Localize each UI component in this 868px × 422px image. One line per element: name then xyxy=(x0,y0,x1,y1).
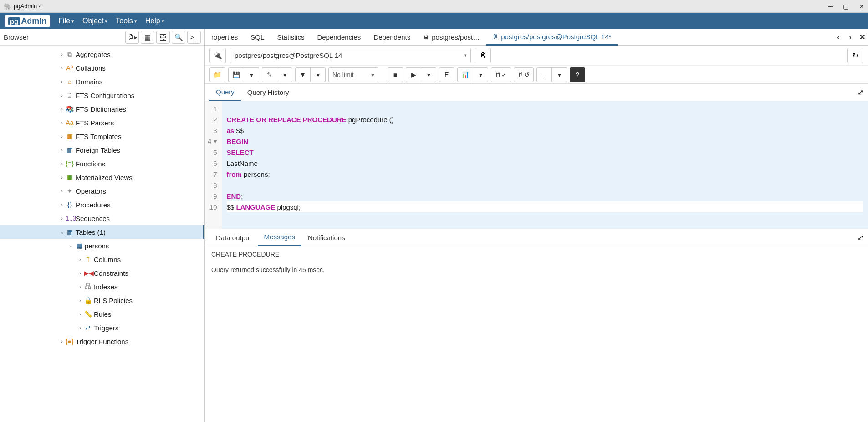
save-dropdown[interactable]: ▾ xyxy=(244,67,259,82)
tab-query-history[interactable]: Query History xyxy=(241,84,296,101)
code-line[interactable] xyxy=(227,180,863,190)
tab-notifications[interactable]: Notifications xyxy=(301,229,352,246)
open-file-button[interactable]: 📁 xyxy=(209,67,225,82)
save-button[interactable]: 💾 xyxy=(228,67,244,82)
code-line[interactable]: as $$ xyxy=(227,125,863,136)
minimize-button[interactable]: ─ xyxy=(828,3,833,10)
tab-prev-button[interactable]: ‹ xyxy=(832,33,844,41)
tree-item[interactable]: ›▶◀Constraints xyxy=(0,266,204,280)
tree-item[interactable]: ›▯Columns xyxy=(0,252,204,266)
code-line[interactable]: SELECT xyxy=(227,147,863,158)
execute-button[interactable]: ▶ xyxy=(406,67,421,82)
connection-status-icon[interactable]: 🔌 xyxy=(209,48,226,63)
code-line[interactable]: from persons; xyxy=(227,169,863,180)
tree-item[interactable]: ›⧉Aggregates xyxy=(0,47,204,61)
stop-button[interactable]: ■ xyxy=(388,67,403,82)
tree-item[interactable]: ›▦Foreign Tables xyxy=(0,143,204,157)
tab-data-output[interactable]: Data output xyxy=(209,229,258,246)
tree-item[interactable]: ›🗎FTS Configurations xyxy=(0,88,204,102)
macros-button[interactable]: ≣ xyxy=(536,67,552,82)
reset-button[interactable]: ↻ xyxy=(847,48,863,63)
rollback-button[interactable]: 🛢↺ xyxy=(514,67,534,82)
tree-item[interactable]: ›{}Procedures xyxy=(0,198,204,211)
tree-chevron-icon: › xyxy=(77,284,84,289)
tree-item[interactable]: ›✦Operators xyxy=(0,184,204,198)
tree-item[interactable]: ⌄▦persons xyxy=(0,239,204,252)
menu-help[interactable]: Help▾ xyxy=(145,17,164,25)
chevron-down-icon: ▾ xyxy=(464,52,467,58)
main-tab[interactable]: 🛢postgres/postgres@PostgreSQL 14* xyxy=(486,29,618,46)
new-connection-button[interactable]: 🛢 xyxy=(475,48,491,63)
connection-select[interactable]: postgres/postgres@PostgreSQL 14 ▾ xyxy=(230,48,471,63)
object-tree[interactable]: ›⧉Aggregates›AᴮCollations›⌂Domains›🗎FTS … xyxy=(0,46,204,422)
filter-dropdown[interactable]: ▾ xyxy=(310,67,326,82)
code-line[interactable]: BEGIN xyxy=(227,136,863,147)
close-button[interactable]: ✕ xyxy=(859,3,864,10)
code-line[interactable]: $$ LANGUAGE plpgsql; xyxy=(227,201,863,212)
tree-node-label: RLS Policies xyxy=(94,297,133,304)
edit-dropdown[interactable]: ▾ xyxy=(277,67,292,82)
search-button[interactable]: 🔍 xyxy=(172,31,185,44)
grid-icon-button[interactable]: ▦ xyxy=(141,31,154,44)
tab-label: postgres/post… xyxy=(432,33,480,41)
code-line[interactable] xyxy=(227,103,863,114)
tree-node-icon: ▶◀ xyxy=(84,269,92,277)
tree-item[interactable]: ›{≡}Functions xyxy=(0,157,204,170)
tree-item[interactable]: ›1..3Sequences xyxy=(0,211,204,225)
expand-icon[interactable]: ⤢ xyxy=(858,233,863,242)
tab-next-button[interactable]: › xyxy=(844,33,856,41)
funnel-icon-button[interactable]: 🙫 xyxy=(156,31,170,44)
main-tab[interactable]: SQL xyxy=(244,29,271,46)
tab-label: Dependencies xyxy=(317,33,361,41)
tree-item[interactable]: ›🔒RLS Policies xyxy=(0,293,204,307)
main-tab[interactable]: Statistics xyxy=(271,29,311,46)
tree-item[interactable]: ›⌂Domains xyxy=(0,75,204,88)
limit-select[interactable]: No limit▾ xyxy=(328,67,378,82)
tab-icon: 🛢 xyxy=(492,33,499,40)
commit-button[interactable]: 🛢✓ xyxy=(491,67,511,82)
tree-item[interactable]: ›{≡}Trigger Functions xyxy=(0,335,204,348)
code-line[interactable]: END; xyxy=(227,190,863,201)
chevron-down-icon: ▾ xyxy=(134,18,137,24)
menu-file[interactable]: File▾ xyxy=(58,17,74,25)
tree-item[interactable]: ›品Indexes xyxy=(0,280,204,293)
code-line[interactable]: LastName xyxy=(227,158,863,169)
tab-query[interactable]: Query xyxy=(209,84,241,101)
tree-chevron-icon: › xyxy=(77,325,84,330)
code-line[interactable]: CREATE OR REPLACE PROCEDURE pgProcedure … xyxy=(227,114,863,125)
tree-item[interactable]: ⌄▦Tables (1) xyxy=(0,225,204,239)
edit-button[interactable]: ✎ xyxy=(262,67,277,82)
menu-tools[interactable]: Tools▾ xyxy=(116,17,137,25)
tree-item[interactable]: ›📚FTS Dictionaries xyxy=(0,102,204,116)
expand-icon[interactable]: ⤢ xyxy=(858,88,863,97)
tab-close-button[interactable]: ✕ xyxy=(856,33,868,41)
tree-item[interactable]: ›▦FTS Templates xyxy=(0,129,204,143)
tree-node-icon: 📚 xyxy=(66,105,74,113)
main-tab[interactable]: roperties xyxy=(205,29,244,46)
execute-dropdown[interactable]: ▾ xyxy=(421,67,436,82)
code-body[interactable]: CREATE OR REPLACE PROCEDURE pgProcedure … xyxy=(222,101,868,229)
main-tab[interactable]: Dependents xyxy=(367,29,417,46)
tree-item[interactable]: ›AᴮCollations xyxy=(0,61,204,75)
explain-button[interactable]: E xyxy=(439,67,454,82)
tree-item[interactable]: ›⇄Triggers xyxy=(0,321,204,335)
help-button[interactable]: ? xyxy=(570,67,585,82)
menu-object[interactable]: Object▾ xyxy=(82,17,107,25)
tree-item[interactable]: ›▦Materialized Views xyxy=(0,170,204,184)
tree-item[interactable]: ›AaFTS Parsers xyxy=(0,116,204,129)
main-tab[interactable]: Dependencies xyxy=(311,29,367,46)
tab-label: SQL xyxy=(250,33,264,41)
filter-button[interactable]: ▼ xyxy=(295,67,311,82)
analyze-dropdown[interactable]: ▾ xyxy=(473,67,488,82)
tree-node-icon: ▦ xyxy=(66,133,74,140)
analyze-button[interactable]: 📊 xyxy=(457,67,473,82)
terminal-button[interactable]: >_ xyxy=(187,31,201,44)
maximize-button[interactable]: ▢ xyxy=(843,3,849,10)
tree-node-icon: ▦ xyxy=(75,242,83,249)
code-editor[interactable]: 1234 ▾5678910 CREATE OR REPLACE PROCEDUR… xyxy=(205,101,868,229)
db-icon-button[interactable]: 🛢▸ xyxy=(125,31,139,44)
main-tab[interactable]: 🛢postgres/post… xyxy=(417,29,486,46)
tree-item[interactable]: ›📏Rules xyxy=(0,307,204,321)
tab-messages[interactable]: Messages xyxy=(258,229,301,246)
macros-dropdown[interactable]: ▾ xyxy=(551,67,567,82)
